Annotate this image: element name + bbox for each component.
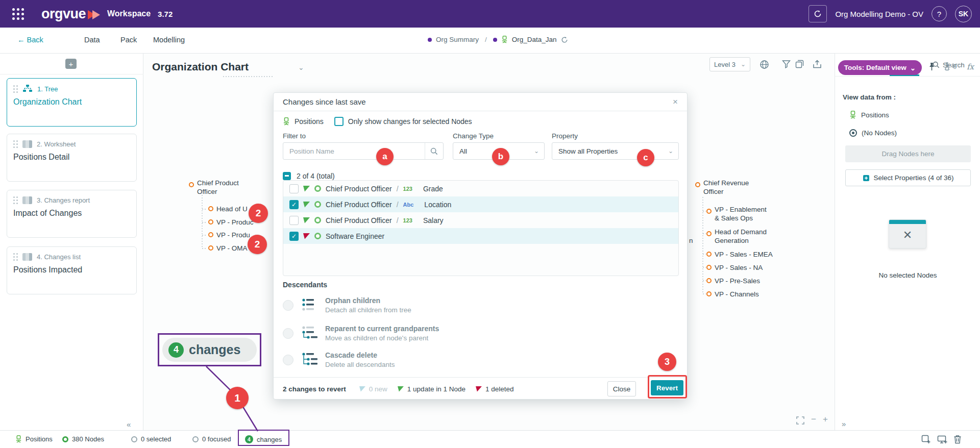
org-node-child[interactable]: VP - Sales - EMEA	[715, 250, 773, 259]
empty-slide-placeholder: ✕	[889, 219, 926, 248]
option-cascade-delete[interactable]: Cascade delete Delete all descendants	[283, 348, 640, 371]
org-node-dot[interactable]	[208, 206, 213, 211]
add-slide-button[interactable]: +	[65, 59, 77, 69]
org-node-child[interactable]: VP - Produ	[216, 231, 250, 239]
export-icon[interactable]	[813, 60, 822, 69]
row-checkbox[interactable]	[289, 184, 299, 193]
tools-default-view-button[interactable]: Tools: Default view⌄	[838, 60, 922, 75]
user-avatar[interactable]: SK	[955, 6, 972, 22]
org-node-dot[interactable]	[706, 291, 712, 296]
trash-icon[interactable]	[953, 435, 962, 444]
refresh-dataset-icon[interactable]	[561, 36, 568, 43]
filter-icon[interactable]	[782, 60, 791, 68]
row-checkbox[interactable]: ✓	[289, 200, 299, 209]
help-button[interactable]: ?	[932, 6, 947, 21]
org-node-child[interactable]: VP - Sales - NA	[715, 263, 763, 272]
sidebar-card-positions-detail[interactable]: 2. Worksheet Positions Detail	[7, 134, 137, 182]
formula-fx-icon[interactable]: fx	[967, 62, 974, 71]
org-node-dot[interactable]	[706, 278, 712, 283]
changes-chip-large[interactable]: 4 changes	[162, 338, 257, 362]
nav-item-data[interactable]: Data	[84, 36, 100, 44]
close-button[interactable]: Close	[607, 381, 636, 396]
layers-icon[interactable]	[795, 60, 804, 68]
org-node-child[interactable]: VP - OMA	[216, 244, 248, 253]
option-reparent[interactable]: Reparent to current grandparents Move as…	[283, 321, 640, 345]
change-row[interactable]: Chief Product Officer / 123 Grade	[283, 181, 678, 196]
sidebar-card-positions-impacted[interactable]: 4. Changes list Positions Impacted	[7, 246, 137, 294]
org-node-child[interactable]: VP - Produc	[216, 218, 254, 227]
row-property: Grade	[423, 185, 443, 193]
change-row[interactable]: ✓ Chief Product Officer / Abc Location	[283, 196, 678, 212]
row-checkbox[interactable]: ✓	[289, 232, 299, 241]
drag-nodes-dropzone[interactable]: Drag Nodes here	[845, 145, 971, 162]
nav-item-modelling[interactable]: Modelling	[153, 36, 185, 44]
fit-to-screen-icon[interactable]	[796, 416, 804, 425]
statusbar-selected-count[interactable]: 0 selected	[131, 435, 171, 443]
org-node-dot[interactable]	[208, 219, 213, 225]
revert-button[interactable]: Revert	[651, 380, 683, 395]
workspace-name[interactable]: Org Modelling Demo - OV	[835, 10, 923, 18]
drag-handle-icon[interactable]	[13, 253, 18, 261]
select-all-checkbox[interactable]	[283, 172, 291, 180]
breadcrumb: Org Summary / Org_Data_Jan	[428, 36, 568, 43]
globe-icon[interactable]	[760, 60, 769, 69]
drag-handle-icon[interactable]	[13, 140, 18, 148]
only-selected-checkbox[interactable]	[334, 117, 344, 126]
select-properties-button[interactable]: Select Properties (4 of 36)	[845, 169, 971, 186]
org-node-child[interactable]: VP - Enablement& Sales Ops	[715, 205, 767, 222]
org-node-child[interactable]: Head of DemandGeneration	[715, 228, 767, 245]
no-nodes-row[interactable]: (No Nodes)	[849, 129, 897, 137]
org-node-dot[interactable]	[695, 182, 700, 187]
add-display-icon[interactable]	[937, 435, 947, 444]
add-board-icon[interactable]	[921, 435, 931, 444]
expand-panel-control[interactable]: »	[842, 419, 846, 428]
breadcrumb-dataset[interactable]: Org_Data_Jan	[512, 36, 557, 43]
statusbar-changes[interactable]: 4 changes	[245, 435, 282, 443]
statusbar-dataset[interactable]: Positions	[15, 435, 53, 443]
org-node-dot[interactable]	[208, 232, 213, 237]
sidebar-card-organization-chart[interactable]: 1. Tree Organization Chart	[7, 78, 137, 127]
drag-handle-icon[interactable]	[13, 196, 18, 204]
zoom-out-button[interactable]: −	[811, 414, 816, 425]
no-nodes-radio[interactable]	[849, 129, 857, 137]
org-node-child[interactable]: VP - Channels	[715, 290, 759, 298]
org-node-child[interactable]: VP - Pre-Sales	[715, 277, 760, 285]
position-name-input[interactable]: Position Name	[283, 142, 444, 160]
row-checkbox[interactable]	[289, 216, 299, 225]
pin-icon[interactable]	[928, 62, 936, 71]
app-grid-icon[interactable]	[12, 8, 24, 20]
option-orphan-children[interactable]: Orphan children Detach all children from…	[283, 293, 640, 317]
org-node-dot[interactable]	[706, 252, 712, 257]
delete-flag-icon	[303, 233, 310, 239]
org-node-dot[interactable]	[208, 245, 213, 251]
change-row[interactable]: ✓ Software Engineer	[283, 228, 678, 244]
org-node-chief-revenue-officer[interactable]: Chief RevenueOfficer	[703, 179, 760, 196]
org-node-dot[interactable]	[706, 265, 712, 270]
drag-handle-icon[interactable]	[13, 85, 18, 93]
org-node-dot[interactable]	[189, 182, 194, 187]
org-node-chief-product-officer[interactable]: Chief ProductOfficer	[197, 179, 253, 196]
flask-counter[interactable]: 0	[944, 62, 957, 70]
statusbar-nodes-count[interactable]: 380 Nodes	[62, 435, 104, 443]
change-row[interactable]: Chief Product Officer / 123 Salary	[283, 212, 678, 228]
sync-icon[interactable]	[808, 5, 827, 22]
search-icon[interactable]	[425, 143, 443, 159]
reparent-radio[interactable]	[283, 328, 293, 339]
collapse-sidebar-control[interactable]: «	[127, 420, 131, 429]
breadcrumb-dot-icon	[493, 38, 497, 42]
org-node-dot[interactable]	[706, 209, 712, 214]
level-select[interactable]: Level 3⌄	[709, 57, 750, 71]
sidebar-card-impact-of-changes[interactable]: 3. Changes report Impact of Changes	[7, 190, 137, 238]
breadcrumb-org-summary[interactable]: Org Summary	[436, 36, 479, 43]
orphan-children-radio[interactable]	[283, 300, 293, 311]
org-node-child[interactable]: Head of U	[216, 205, 248, 213]
statusbar-focused-count[interactable]: 0 focused	[192, 435, 231, 443]
close-icon[interactable]: ×	[673, 97, 678, 107]
zoom-in-button[interactable]: +	[823, 414, 828, 425]
back-button[interactable]: ← Back	[17, 36, 43, 44]
chart-title-caret-icon[interactable]: ⌄	[298, 63, 304, 71]
property-select[interactable]: Show all Properties⌄	[552, 142, 679, 160]
org-node-dot[interactable]	[706, 231, 712, 236]
cascade-delete-radio[interactable]	[283, 355, 293, 365]
nav-item-pack[interactable]: Pack	[120, 36, 137, 44]
